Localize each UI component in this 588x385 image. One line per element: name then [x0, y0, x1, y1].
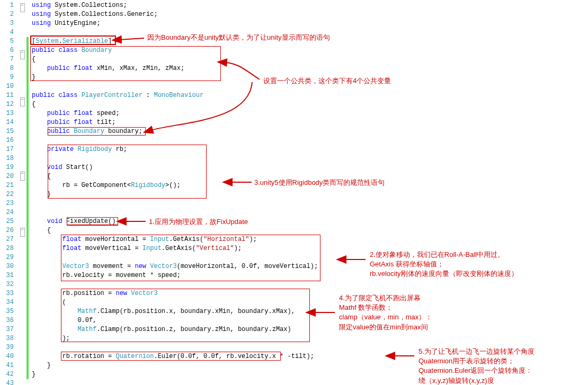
fold-toggle-icon[interactable]: −	[20, 50, 25, 59]
fold-cell	[18, 77, 26, 86]
line-number: 22	[0, 190, 14, 199]
line-number: 24	[0, 208, 14, 217]
code-line[interactable]: public float xMin, xMax, zMin, zMax;	[32, 64, 588, 73]
code-line[interactable]: using UnityEngine;	[32, 19, 588, 28]
line-number: 17	[0, 145, 14, 154]
code-line[interactable]: public class Boundary	[32, 46, 588, 55]
line-number: 1	[0, 1, 14, 10]
code-editor: 1234567891011121314151617181920212223242…	[0, 0, 588, 385]
fold-cell	[18, 12, 26, 21]
code-line[interactable]: float moveHorizontal = Input.GetAxis("Ho…	[32, 235, 588, 244]
code-line[interactable]: }	[32, 73, 588, 82]
code-line[interactable]	[32, 136, 588, 145]
line-number: 12	[0, 100, 14, 109]
line-number: 27	[0, 235, 14, 244]
fold-cell	[18, 190, 26, 199]
code-line[interactable]: rb.velocity = movement * speed;	[32, 271, 588, 280]
fold-cell[interactable]: −	[18, 3, 26, 12]
code-line[interactable]	[32, 154, 588, 163]
code-line[interactable]	[32, 82, 588, 91]
fold-cell	[18, 255, 26, 264]
code-line[interactable]: {	[32, 55, 588, 64]
fold-cell	[18, 264, 26, 273]
line-number: 8	[0, 64, 14, 73]
code-line[interactable]: {	[32, 100, 588, 109]
fold-cell	[18, 21, 26, 30]
line-number: 35	[0, 307, 14, 316]
code-area[interactable]: using System.Collections;using System.Co…	[29, 0, 588, 385]
fold-cell[interactable]: −	[18, 50, 26, 59]
fold-cell	[18, 354, 26, 363]
code-line[interactable]: {	[32, 172, 588, 181]
line-number: 7	[0, 55, 14, 64]
code-line[interactable]: float moveVertical = Input.GetAxis("Vert…	[32, 244, 588, 253]
line-number: 40	[0, 352, 14, 361]
code-line[interactable]: Mathf.Clamp(rb.position.x, boundary.xMin…	[32, 307, 588, 316]
line-number: 2	[0, 10, 14, 19]
line-number: 11	[0, 91, 14, 100]
line-number: 5	[0, 37, 14, 46]
code-line[interactable]: }	[32, 370, 588, 379]
fold-cell[interactable]: −	[18, 228, 26, 237]
code-line[interactable]: public float speed;	[32, 109, 588, 118]
fold-cell	[18, 160, 26, 169]
fold-toggle-icon[interactable]: −	[20, 3, 25, 12]
code-line[interactable]: Mathf.Clamp(rb.position.z, boundary.zMin…	[32, 325, 588, 334]
code-line[interactable]: }	[32, 190, 588, 199]
code-line[interactable]	[32, 280, 588, 289]
fold-toggle-icon[interactable]: −	[20, 97, 25, 106]
code-line[interactable]: {	[32, 226, 588, 235]
code-line[interactable]	[32, 343, 588, 352]
fold-cell	[18, 327, 26, 336]
code-line[interactable]: void Start()	[32, 163, 588, 172]
fold-cell	[18, 300, 26, 309]
fold-cell	[18, 124, 26, 133]
fold-cell	[18, 246, 26, 255]
fold-cell	[18, 199, 26, 208]
code-line[interactable]	[32, 208, 588, 217]
code-line[interactable]	[32, 28, 588, 37]
fold-cell	[18, 181, 26, 190]
fold-column[interactable]: −−−−−	[18, 0, 26, 385]
fold-cell	[18, 345, 26, 354]
fold-cell[interactable]: −	[18, 97, 26, 106]
code-line[interactable]: void FixedUpdate()	[32, 217, 588, 226]
code-line[interactable]: using System.Collections;	[32, 1, 588, 10]
fold-cell	[18, 318, 26, 327]
line-number: 41	[0, 361, 14, 370]
line-number: 4	[0, 28, 14, 37]
fold-cell	[18, 115, 26, 124]
fold-cell	[18, 282, 26, 291]
code-line[interactable]	[32, 253, 588, 262]
fold-cell	[18, 59, 26, 68]
line-number: 39	[0, 343, 14, 352]
fold-cell	[18, 363, 26, 372]
line-number: 30	[0, 262, 14, 271]
line-number: 23	[0, 199, 14, 208]
line-number: 21	[0, 181, 14, 190]
line-number: 36	[0, 316, 14, 325]
code-line[interactable]: public Boundary boundary;	[32, 127, 588, 136]
code-line[interactable]: (	[32, 298, 588, 307]
code-line[interactable]: private Rigidbody rb;	[32, 145, 588, 154]
fold-cell[interactable]: −	[18, 172, 26, 181]
code-line[interactable]: public class PlayerController : MonoBeha…	[32, 91, 588, 100]
code-line[interactable]: [System.Serializable]	[32, 37, 588, 46]
code-line[interactable]: public float tilt;	[32, 118, 588, 127]
fold-cell	[18, 30, 26, 39]
code-line[interactable]	[32, 379, 588, 385]
fold-cell	[18, 217, 26, 226]
code-line[interactable]: Vector3 movement = new Vector3(moveHoriz…	[32, 262, 588, 271]
code-line[interactable]: 0.0f,	[32, 316, 588, 325]
fold-toggle-icon[interactable]: −	[20, 228, 25, 237]
code-line[interactable]: rb = GetComponent<Rigidbody>();	[32, 181, 588, 190]
line-number-gutter: 1234567891011121314151617181920212223242…	[0, 0, 18, 385]
fold-cell	[18, 142, 26, 151]
code-line[interactable]	[32, 199, 588, 208]
code-line[interactable]: }	[32, 361, 588, 370]
fold-toggle-icon[interactable]: −	[20, 172, 25, 181]
code-line[interactable]: using System.Collections.Generic;	[32, 10, 588, 19]
code-line[interactable]: );	[32, 334, 588, 343]
code-line[interactable]: rb.rotation = Quaternion.Euler(0.0f, 0.0…	[32, 352, 588, 361]
code-line[interactable]: rb.position = new Vector3	[32, 289, 588, 298]
